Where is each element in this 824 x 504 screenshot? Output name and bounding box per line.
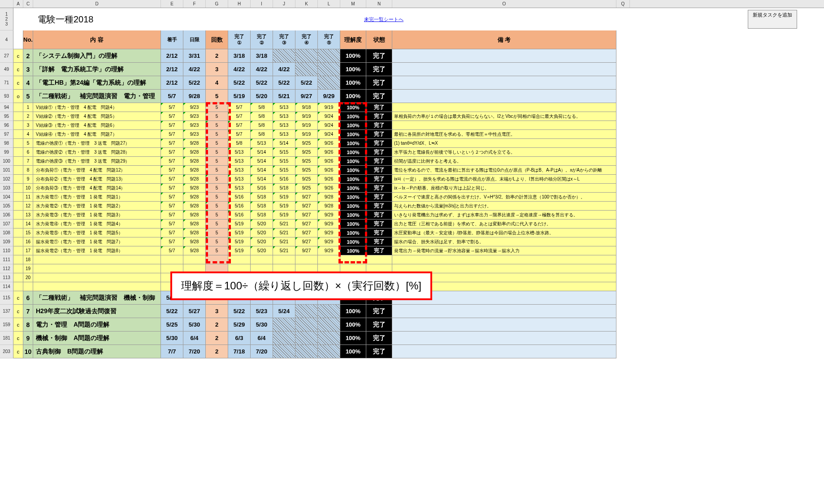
col-I[interactable]: I xyxy=(251,0,273,8)
cell[interactable] xyxy=(206,255,228,264)
cell-state[interactable]: 完了 xyxy=(366,148,392,157)
cell-no[interactable]: 19 xyxy=(23,264,33,273)
cell-done3[interactable]: 5/21 xyxy=(273,220,295,228)
col-D[interactable]: D xyxy=(33,0,161,8)
cell-no[interactable]: 2 xyxy=(23,112,33,121)
cell-remarks[interactable]: ベルヌーイで速度と高さの関係を出すだけ。V∝H^3/2。効率の計算注意（100で… xyxy=(392,193,616,202)
cell-done1[interactable]: 5/19 xyxy=(228,237,251,246)
cell-remarks[interactable]: 揚水の場合、損失水頭は足す、効率で割る。 xyxy=(392,237,616,246)
cell-done2[interactable]: 5/18 xyxy=(251,211,273,220)
cell-done4[interactable]: 9/18 xyxy=(295,103,318,112)
cell-content[interactable]: 電線の弛度②（電力・管理 3 送電 問題28） xyxy=(33,148,161,157)
cell-done5[interactable]: 9/29 xyxy=(318,90,340,103)
cell-count[interactable]: 5 xyxy=(206,112,228,121)
cell-understanding[interactable]: 100% xyxy=(340,184,366,193)
cell-understanding[interactable]: 100% xyxy=(340,193,366,202)
row-label[interactable]: 49 xyxy=(0,63,13,76)
cell-count[interactable]: 5 xyxy=(206,202,228,211)
cell-done4[interactable]: 9/27 xyxy=(295,193,318,202)
cell-due[interactable]: 9/28 xyxy=(183,211,206,220)
cell-no[interactable]: 17 xyxy=(23,246,33,255)
row-label[interactable]: 104 xyxy=(0,193,13,202)
cell-done3[interactable]: 5/15 xyxy=(273,166,295,175)
cell-remarks[interactable]: 径間が温度に比例すると考える。 xyxy=(392,157,616,166)
row-label[interactable]: 107 xyxy=(0,220,13,228)
cell-done1[interactable]: 5/7 xyxy=(228,121,251,130)
cell[interactable] xyxy=(13,273,23,282)
cell-remarks[interactable] xyxy=(392,76,616,90)
cell-no[interactable]: 8 xyxy=(23,318,33,332)
cell-done2[interactable]: 5/14 xyxy=(251,166,273,175)
col-N[interactable]: N xyxy=(366,0,392,8)
cell-done5[interactable]: 9/26 xyxy=(318,184,340,193)
cell-start[interactable]: 5/7 xyxy=(161,121,183,130)
cell-done1[interactable]: 5/19 xyxy=(228,90,251,103)
cell-done3[interactable]: 5/19 xyxy=(273,193,295,202)
cell-done1[interactable]: 5/7 xyxy=(228,130,251,139)
cell-done1[interactable]: 5/29 xyxy=(228,318,251,332)
cell[interactable] xyxy=(228,255,251,264)
cell-no[interactable]: 12 xyxy=(23,202,33,211)
cell-start[interactable]: 7/7 xyxy=(161,345,183,358)
cell[interactable] xyxy=(13,237,23,246)
cell-understanding[interactable]: 100% xyxy=(340,345,366,358)
cell-done2[interactable]: 5/14 xyxy=(251,175,273,184)
cell-state[interactable]: 完了 xyxy=(366,90,392,103)
row-label[interactable]: 94 xyxy=(0,103,13,112)
cell-done2[interactable]: 5/18 xyxy=(251,193,273,202)
row-label[interactable]: 98 xyxy=(0,139,13,148)
cell-content[interactable]: 水力発電④（電力・管理 1 発電 問題4） xyxy=(33,220,161,228)
cell-no[interactable]: 20 xyxy=(23,273,33,282)
cell-no[interactable]: 9 xyxy=(23,332,33,345)
cell-done5[interactable] xyxy=(318,76,340,90)
cell-content[interactable]: H29年度二次試験過去問復習 xyxy=(33,305,161,318)
cell-start[interactable]: 5/7 xyxy=(161,246,183,255)
cell-start[interactable]: 5/7 xyxy=(161,220,183,228)
cell[interactable] xyxy=(13,103,23,112)
cell-due[interactable]: 4/22 xyxy=(183,63,206,76)
row-label[interactable]: 97 xyxy=(0,130,13,139)
cell-done4[interactable]: 9/25 xyxy=(295,166,318,175)
cell[interactable] xyxy=(13,148,23,157)
cell-understanding[interactable]: 100% xyxy=(340,202,366,211)
cell-done1[interactable]: 5/7 xyxy=(228,112,251,121)
row-label[interactable]: 105 xyxy=(0,202,13,211)
cell-state[interactable]: 完了 xyxy=(366,103,392,112)
cell[interactable] xyxy=(13,139,23,148)
cell-no[interactable]: 5 xyxy=(23,90,33,103)
cell-state[interactable]: 完了 xyxy=(366,112,392,121)
cell-state[interactable]: 完了 xyxy=(366,49,392,63)
cell-content[interactable]: 「二種戦術」 補完問題演習 機械・制御 xyxy=(33,291,161,305)
cell-done1[interactable]: 5/22 xyxy=(228,76,251,90)
cell-done3[interactable]: 5/15 xyxy=(273,157,295,166)
cell-due[interactable]: 9/23 xyxy=(183,121,206,130)
cell-done1[interactable]: 5/13 xyxy=(228,148,251,157)
cell-state[interactable]: 完了 xyxy=(366,157,392,166)
cell-start[interactable]: 5/7 xyxy=(161,175,183,184)
cell-due[interactable]: 9/28 xyxy=(183,139,206,148)
cell-done3[interactable] xyxy=(273,318,295,332)
cell-done1[interactable]: 4/22 xyxy=(228,63,251,76)
cell-done4[interactable] xyxy=(295,318,318,332)
cell-count[interactable]: 2 xyxy=(206,49,228,63)
cell-remarks[interactable] xyxy=(392,90,616,103)
cell-done4[interactable]: 9/27 xyxy=(295,220,318,228)
row-label[interactable]: 27 xyxy=(0,49,13,63)
cell-done2[interactable]: 5/20 xyxy=(251,90,273,103)
cell[interactable] xyxy=(13,130,23,139)
cell[interactable] xyxy=(366,255,392,264)
cell-remarks[interactable]: 与えられた数値から流量[m3/s]と出力出すだけ。 xyxy=(392,202,616,211)
col-K[interactable]: K xyxy=(295,0,318,8)
cell-understanding[interactable]: 100% xyxy=(340,305,366,318)
row-label[interactable]: 102 xyxy=(0,175,13,184)
cell-done2[interactable]: 5/8 xyxy=(251,130,273,139)
cell-done2[interactable]: 5/23 xyxy=(251,305,273,318)
cell-done1[interactable]: 5/8 xyxy=(228,139,251,148)
cell-remarks[interactable]: 水平張力と電線長が前後で等しいという２つの式を立てる。 xyxy=(392,148,616,157)
cell-remarks[interactable]: 水圧変動率は（最大－安定後）/静落差。静落差は今回の場合上位水槽-放水路。 xyxy=(392,228,616,237)
cell-understanding[interactable]: 100% xyxy=(340,103,366,112)
hdr-A[interactable] xyxy=(13,30,23,49)
cell-done2[interactable]: 5/13 xyxy=(251,139,273,148)
cell-start[interactable]: 5/7 xyxy=(161,139,183,148)
cell-done4[interactable]: 9/27 xyxy=(295,202,318,211)
